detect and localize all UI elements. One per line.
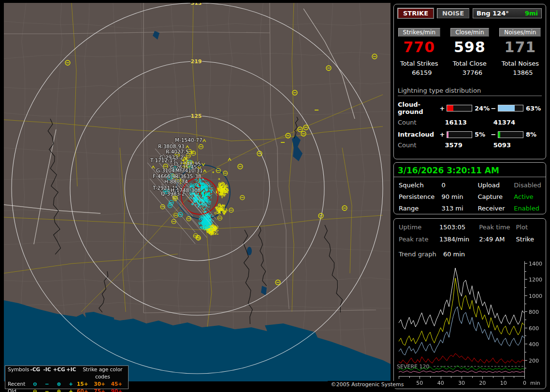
- noises-per-min-value: 171: [495, 39, 546, 56]
- squelch-value: 0: [441, 182, 478, 189]
- legend-col-nic: -IC: [41, 366, 53, 380]
- copyright: ©2005 Astrogenic Systems: [328, 381, 407, 388]
- trend-graph-title: Trend graph 60 min: [399, 251, 542, 258]
- persistence-value: 90 min: [441, 193, 478, 200]
- stats-row: Uptime 1503:05 Peak time Plot: [399, 224, 542, 231]
- age-75: 75+: [94, 388, 111, 392]
- total-close-label: Total Close: [445, 60, 495, 67]
- neg-cg-old-icon: ⊖: [29, 388, 41, 392]
- cg-neg-bar: [498, 105, 523, 112]
- divider: [394, 177, 546, 177]
- age-45: 45+: [111, 380, 128, 388]
- map-panel[interactable]: 313219125 M-1540-77R-3808-93R-4027-5G-29…: [4, 3, 391, 381]
- count-label: Count: [398, 141, 445, 149]
- total-close-value: 37766: [445, 69, 495, 76]
- plus-sign: +: [439, 131, 445, 138]
- upload-status: Disabled: [514, 182, 542, 189]
- settings-row: Persistence 90 min Capture Active: [399, 193, 542, 200]
- age-90: 90+: [111, 388, 128, 392]
- datetime-display: 3/16/2026 3:20:11 AM: [398, 166, 542, 175]
- map-legend: Symbols -CG -IC +CG +IC Strike age color…: [5, 365, 129, 389]
- legend-recent-row: Recent ⊖ − ⊕ + 15+ 30+ 45+: [5, 380, 128, 388]
- upload-label: Upload: [478, 182, 514, 189]
- bearing-display: Bng 124° 9mi: [473, 8, 542, 18]
- ic-neg-count: 5093: [493, 141, 542, 149]
- pos-ic-recent-icon: +: [65, 380, 77, 388]
- receiver-label: Receiver: [478, 205, 514, 212]
- legend-recent-label: Recent: [8, 380, 29, 388]
- bearing-label: Bng 124°: [477, 10, 509, 17]
- pos-ic-old-icon: +: [65, 388, 77, 392]
- capture-label: Capture: [478, 193, 514, 200]
- count-label: Count: [398, 119, 445, 126]
- persistence-label: Persistence: [399, 193, 441, 200]
- ic-neg-bar: [498, 131, 523, 138]
- ic-pos-count: 3579: [445, 141, 493, 149]
- pos-cg-recent-icon: ⊕: [53, 380, 65, 388]
- close-per-min-value: 598: [445, 39, 495, 56]
- intracloud-label: Intracloud: [398, 131, 439, 138]
- strikes-counter: Strikes/min 770 Total Strikes 66159: [394, 27, 445, 76]
- neg-ic-old-icon: −: [41, 388, 53, 392]
- minus-sign: −: [491, 131, 496, 138]
- rate-counters: Strikes/min 770 Total Strikes 66159 Clos…: [394, 27, 546, 76]
- counter-panel: STRIKE NOISE Bng 124° 9mi Strikes/min 77…: [393, 4, 546, 159]
- cloud-ground-count-row: Count 16113 41374: [398, 119, 542, 126]
- peak-time-label: Peak time: [479, 224, 516, 231]
- bearing-distance: 9mi: [525, 10, 538, 17]
- intracloud-row: Intracloud + 5% − 8%: [398, 131, 542, 138]
- cg-neg-pct: 63%: [525, 105, 542, 112]
- total-strikes-label: Total Strikes: [394, 60, 445, 67]
- status-panel: 3/16/2026 3:20:11 AM Squelch 0 Upload Di…: [393, 162, 546, 214]
- close-counter: Close/min 598 Total Close 37766: [445, 27, 495, 76]
- cg-pos-pct: 24%: [474, 105, 491, 112]
- receiver-status: Enabled: [514, 205, 542, 212]
- cg-pos-bar: [447, 105, 472, 112]
- legend-col-pcg: +CG: [53, 366, 65, 380]
- minus-sign: −: [491, 105, 496, 112]
- close-per-min-chip: Close/min: [450, 28, 489, 37]
- ic-pos-pct: 5%: [474, 131, 491, 138]
- range-value: 313 mi: [441, 205, 478, 212]
- total-noises-label: Total Noises: [495, 60, 546, 67]
- trend-graph: [396, 257, 545, 387]
- total-strikes-value: 66159: [394, 69, 445, 76]
- cloud-ground-label: Cloud-ground: [398, 101, 439, 115]
- squelch-label: Squelch: [399, 182, 441, 189]
- ic-pos-bar: [447, 131, 472, 138]
- stats-row: Peak rate 1384/min 2:49 AM Strike: [399, 236, 542, 243]
- pos-cg-old-icon: ⊕: [53, 388, 65, 392]
- age-15: 15+: [77, 380, 94, 388]
- trend-label: Trend graph: [399, 251, 436, 258]
- noise-button[interactable]: NOISE: [437, 8, 469, 18]
- peak-rate-value: 1384/min: [439, 236, 479, 243]
- plot-value: Strike: [516, 236, 542, 243]
- distribution-title: Lightning type distribution: [398, 87, 542, 96]
- peak-time-value: 2:49 AM: [479, 236, 516, 243]
- plot-label: Plot: [516, 224, 542, 231]
- noises-counter: Noises/min 171 Total Noises 13865: [495, 27, 546, 76]
- strikes-per-min-value: 770: [394, 39, 445, 56]
- uptime-value: 1503:05: [439, 224, 479, 231]
- app-window: 313219125 M-1540-77R-3808-93R-4027-5G-29…: [0, 0, 550, 392]
- strikes-per-min-chip: Strikes/min: [398, 28, 440, 37]
- noises-per-min-chip: Noises/min: [499, 28, 541, 37]
- legend-col-ncg: -CG: [29, 366, 42, 380]
- legend-col-pic: +IC: [65, 366, 77, 380]
- range-label: Range: [399, 205, 441, 212]
- uptime-label: Uptime: [399, 224, 439, 231]
- trend-window: 60 min: [443, 251, 465, 258]
- peak-rate-label: Peak rate: [399, 236, 439, 243]
- strike-cluster: [4, 3, 391, 381]
- settings-row: Squelch 0 Upload Disabled: [399, 182, 542, 189]
- ic-neg-pct: 8%: [525, 131, 542, 138]
- legend-old-row: Old ⊖ − ⊕ + 60+ 75+ 90+: [5, 388, 128, 392]
- settings-row: Range 313 mi Receiver Enabled: [399, 205, 542, 212]
- cg-neg-count: 41374: [493, 119, 542, 126]
- neg-ic-recent-icon: −: [41, 380, 53, 388]
- strike-button[interactable]: STRIKE: [398, 8, 434, 18]
- capture-status: Active: [514, 193, 542, 200]
- legend-age-header: Strike age color codes: [77, 366, 128, 380]
- trend-panel: Uptime 1503:05 Peak time Plot Peak rate …: [393, 218, 546, 389]
- age-30: 30+: [94, 380, 111, 388]
